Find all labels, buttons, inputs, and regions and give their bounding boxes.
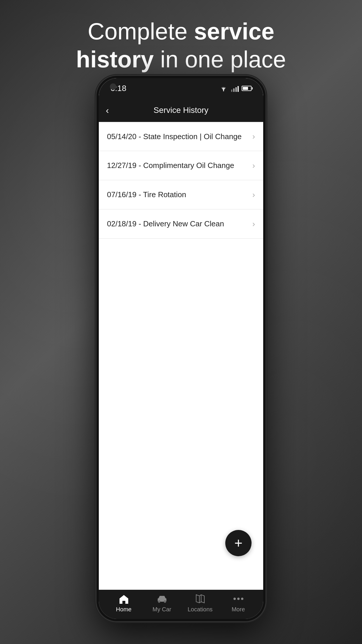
nav-more-label: More [232, 606, 245, 613]
list-item-text: 05/14/20 - State Inspection | Oil Change [107, 132, 242, 141]
chevron-icon: › [252, 161, 255, 170]
status-bar: 6:18 [99, 78, 263, 99]
car-icon [156, 593, 168, 604]
nav-more[interactable]: More [219, 593, 257, 613]
nav-locations-label: Locations [188, 606, 213, 613]
chevron-icon: › [252, 190, 255, 200]
svg-point-4 [159, 601, 160, 602]
map-icon [194, 593, 207, 604]
svg-marker-6 [196, 595, 204, 603]
status-icons [219, 85, 252, 92]
list-item-text: 07/16/19 - Tire Rotation [107, 190, 186, 199]
service-history-list: 05/14/20 - State Inspection | Oil Change… [99, 122, 263, 239]
nav-home-label: Home [116, 606, 131, 613]
back-button[interactable]: ‹ [106, 105, 109, 116]
content-area: 05/14/20 - State Inspection | Oil Change… [99, 122, 263, 590]
list-item[interactable]: 07/16/19 - Tire Rotation › [99, 180, 263, 209]
list-item[interactable]: 02/18/19 - Delivery New Car Clean › [99, 209, 263, 239]
nav-locations[interactable]: Locations [181, 593, 219, 613]
signal-icon [231, 85, 239, 92]
phone-shell: 6:18 [96, 76, 266, 621]
headline-section: Complete servicehistory in one place [0, 18, 362, 74]
list-item-text: 02/18/19 - Delivery New Car Clean [107, 219, 224, 228]
svg-point-11 [241, 598, 243, 600]
app-header: ‹ Service History [99, 99, 263, 122]
add-icon: + [234, 536, 242, 550]
svg-point-5 [164, 601, 166, 602]
header-title: Service History [154, 106, 208, 115]
wifi-icon [219, 85, 228, 92]
nav-mycar-label: My Car [152, 606, 171, 613]
nav-home[interactable]: Home [105, 593, 143, 613]
phone-screen: 6:18 [99, 78, 263, 619]
svg-point-9 [233, 598, 236, 600]
more-icon [232, 593, 245, 604]
svg-point-10 [237, 598, 240, 600]
list-item[interactable]: 05/14/20 - State Inspection | Oil Change… [99, 122, 263, 151]
svg-point-0 [223, 90, 224, 91]
bottom-nav: Home My Car [99, 590, 263, 619]
chevron-icon: › [252, 219, 255, 229]
headline-text: Complete servicehistory in one place [17, 18, 345, 74]
camera-dot [110, 83, 116, 90]
add-service-button[interactable]: + [225, 530, 252, 556]
battery-icon [242, 86, 252, 91]
fab-container: + [225, 530, 252, 556]
home-icon [117, 593, 130, 604]
chevron-icon: › [252, 132, 255, 141]
nav-mycar[interactable]: My Car [143, 593, 181, 613]
list-item-text: 12/27/19 - Complimentary Oil Change [107, 161, 234, 170]
list-item[interactable]: 12/27/19 - Complimentary Oil Change › [99, 151, 263, 180]
